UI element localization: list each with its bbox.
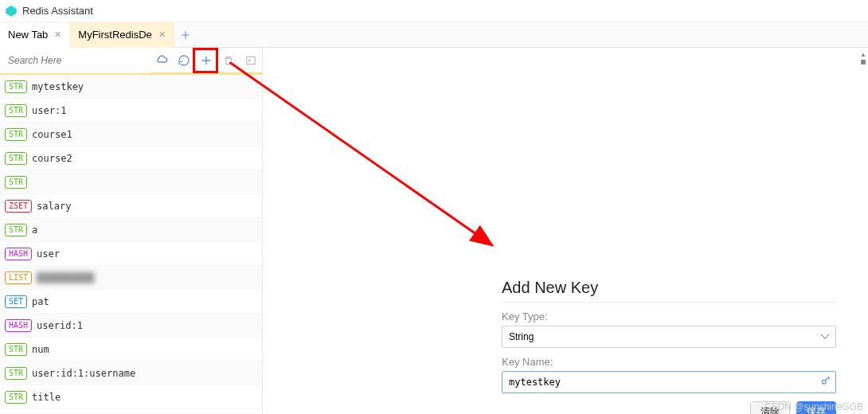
type-badge: STR — [5, 367, 27, 380]
key-row[interactable]: SETpat — [0, 290, 262, 314]
key-name: num — [32, 344, 49, 355]
close-icon[interactable]: ✕ — [158, 29, 166, 40]
tab-label: MyFirstRedisDe — [78, 29, 151, 41]
key-row[interactable]: HASHuserid:1 — [0, 314, 262, 338]
key-row[interactable]: ZSETsalary — [0, 194, 262, 218]
key-name: salary — [37, 201, 71, 212]
terminal-icon[interactable] — [240, 49, 262, 72]
key-name: ██████████ — [37, 272, 94, 283]
type-badge: STR — [5, 80, 27, 93]
key-name: course1 — [32, 129, 72, 140]
key-name: user:1 — [32, 105, 66, 116]
cloud-icon[interactable] — [151, 49, 173, 72]
keylist[interactable]: STRmytestkeySTRuser:1STRcourse1STRcourse… — [0, 75, 262, 414]
key-row[interactable]: STR — [0, 170, 262, 194]
type-badge: ZSET — [5, 200, 32, 213]
tab-label: New Tab — [8, 29, 48, 41]
key-name: user:id:1:username — [32, 368, 135, 379]
tab-connection[interactable]: MyFirstRedisDe ✕ — [70, 22, 174, 48]
type-badge: STR — [5, 104, 27, 117]
key-type-select[interactable]: String — [502, 326, 836, 348]
type-badge: STR — [5, 176, 27, 189]
app-logo — [5, 5, 18, 18]
add-key-button[interactable] — [195, 49, 217, 72]
key-row[interactable]: STRuser:1 — [0, 99, 262, 123]
sidebar-toolbar — [0, 48, 262, 75]
key-name: a — [32, 225, 37, 236]
key-name: title — [32, 392, 61, 403]
key-icon — [820, 375, 831, 389]
content-pane: ▲ Add New Key Key Type: String Key Name:… — [263, 48, 868, 414]
type-badge: STR — [5, 343, 27, 356]
key-row[interactable]: STRnum — [0, 338, 262, 361]
type-badge: SET — [5, 295, 27, 308]
key-name-input[interactable] — [502, 371, 836, 393]
panel-title: Add New Key — [502, 279, 836, 297]
key-name: pat — [32, 296, 49, 307]
type-badge: STR — [5, 128, 27, 141]
close-icon[interactable]: ✕ — [54, 29, 61, 40]
key-row[interactable]: STRuser:id:1:username — [0, 361, 262, 385]
key-name: mytestkey — [32, 81, 84, 92]
key-name: course2 — [32, 153, 72, 164]
type-badge: HASH — [5, 248, 32, 260]
key-name: userid:1 — [37, 320, 83, 331]
divider — [502, 302, 836, 303]
tab-new[interactable]: New Tab ✕ — [0, 22, 70, 48]
key-row[interactable]: STRmytestkey — [0, 75, 262, 99]
watermark: CSDN @sunshineGGB — [764, 401, 863, 412]
tabbar: New Tab ✕ MyFirstRedisDe ✕ — [0, 22, 868, 48]
type-badge: STR — [5, 224, 27, 236]
search-input[interactable] — [0, 48, 151, 73]
key-row[interactable]: LIST██████████ — [0, 266, 262, 290]
sidebar: STRmytestkeySTRuser:1STRcourse1STRcourse… — [0, 48, 263, 414]
type-badge: STR — [5, 152, 27, 165]
app-title: Redis Assistant — [22, 5, 93, 17]
key-row[interactable]: STRcourse2 — [0, 146, 262, 170]
key-name-label: Key Name: — [502, 356, 836, 368]
delete-icon[interactable] — [217, 49, 240, 72]
key-row[interactable]: HASHuser — [0, 242, 262, 266]
key-name: user — [37, 248, 60, 260]
key-row[interactable]: STRa — [0, 218, 262, 242]
key-type-label: Key Type: — [502, 310, 836, 322]
refresh-icon[interactable] — [173, 49, 195, 72]
svg-rect-2 — [247, 57, 256, 64]
type-badge: LIST — [5, 271, 32, 284]
titlebar: Redis Assistant — [0, 0, 868, 22]
key-row[interactable]: STRtitle — [0, 385, 262, 409]
type-badge: STR — [5, 391, 27, 404]
add-tab-button[interactable] — [174, 22, 197, 48]
scrollbar[interactable]: ▲ — [858, 48, 868, 64]
add-key-panel: Add New Key Key Type: String Key Name: 清… — [502, 279, 836, 414]
key-row[interactable]: STRcourse1 — [0, 123, 262, 146]
svg-point-3 — [822, 380, 826, 384]
type-badge: HASH — [5, 319, 32, 332]
